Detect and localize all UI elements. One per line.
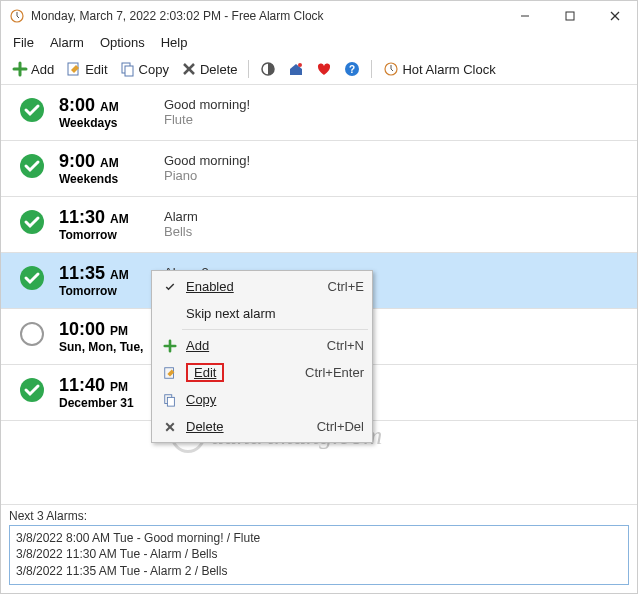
add-button[interactable]: Add <box>7 58 59 80</box>
delete-button[interactable]: Delete <box>176 58 243 80</box>
time-column: 8:00 AMWeekdays <box>59 95 164 130</box>
menu-alarm[interactable]: Alarm <box>42 33 92 52</box>
toolbar-separator <box>371 60 372 78</box>
ctx-enabled-label: Enabled <box>186 279 234 294</box>
alarm-sound: Bells <box>164 224 625 239</box>
hot-clock-icon <box>383 61 399 77</box>
time-column: 9:00 AMWeekends <box>59 151 164 186</box>
menubar: File Alarm Options Help <box>1 31 637 54</box>
copy-icon <box>160 390 180 410</box>
alarm-time: 8:00 AM <box>59 95 164 116</box>
enabled-icon <box>19 153 45 179</box>
app-icon <box>9 8 25 24</box>
svg-point-19 <box>21 323 43 345</box>
time-column: 11:30 AMTomorrow <box>59 207 164 242</box>
alarm-time: 10:00 PM <box>59 319 164 340</box>
home-button[interactable] <box>283 58 309 80</box>
close-button[interactable] <box>592 1 637 31</box>
menu-file[interactable]: File <box>5 33 42 52</box>
alarm-row[interactable]: 9:00 AMWeekendsGood morning!Piano <box>1 141 637 197</box>
alarm-time: 11:30 AM <box>59 207 164 228</box>
alarm-time: 9:00 AM <box>59 151 164 172</box>
contrast-icon <box>260 61 276 77</box>
copy-button[interactable]: Copy <box>115 58 174 80</box>
ctx-delete[interactable]: Delete Ctrl+Del <box>154 413 370 440</box>
ctx-edit-shortcut: Ctrl+Enter <box>305 365 364 380</box>
copy-label: Copy <box>139 62 169 77</box>
ctx-add-label: Add <box>186 338 209 353</box>
favorite-button[interactable] <box>311 58 337 80</box>
alarm-sound: Flute <box>164 112 625 127</box>
ctx-delete-shortcut: Ctrl+Del <box>317 419 364 434</box>
enabled-icon <box>19 377 45 403</box>
next-alarm-line: 3/8/2022 11:35 AM Tue - Alarm 2 / Bells <box>16 563 622 580</box>
next-alarms-panel: Next 3 Alarms: 3/8/2022 8:00 AM Tue - Go… <box>1 504 637 593</box>
svg-rect-7 <box>125 66 133 76</box>
alarm-row[interactable]: 8:00 AMWeekdaysGood morning!Flute <box>1 85 637 141</box>
ctx-enabled-shortcut: Ctrl+E <box>328 279 364 294</box>
help-button[interactable]: ? <box>339 58 365 80</box>
alarm-schedule: December 31 <box>59 396 164 410</box>
delete-label: Delete <box>200 62 238 77</box>
next-alarms-list: 3/8/2022 8:00 AM Tue - Good morning! / F… <box>9 525 629 585</box>
add-label: Add <box>31 62 54 77</box>
time-column: 10:00 PMSun, Mon, Tue, <box>59 319 164 354</box>
check-icon <box>160 277 180 297</box>
next-alarm-line: 3/8/2022 11:30 AM Tue - Alarm / Bells <box>16 546 622 563</box>
plus-icon <box>12 61 28 77</box>
alarm-row[interactable]: 11:30 AMTomorrowAlarmBells <box>1 197 637 253</box>
alarm-title: Alarm <box>164 209 625 224</box>
theme-button[interactable] <box>255 58 281 80</box>
ctx-edit[interactable]: Edit Ctrl+Enter <box>154 359 370 386</box>
alarm-time: 11:40 PM <box>59 375 164 396</box>
delete-icon <box>181 61 197 77</box>
ctx-enabled[interactable]: Enabled Ctrl+E <box>154 273 370 300</box>
hot-alarm-button[interactable]: Hot Alarm Clock <box>378 58 500 80</box>
titlebar: Monday, March 7, 2022 2:03:02 PM - Free … <box>1 1 637 31</box>
svg-point-11 <box>298 63 302 67</box>
ctx-delete-label: Delete <box>186 419 224 434</box>
home-icon <box>288 61 304 77</box>
alarm-time: 11:35 AM <box>59 263 164 284</box>
toolbar: Add Edit Copy Delete ? Hot Alarm Clock <box>1 54 637 85</box>
edit-button[interactable]: Edit <box>61 58 112 80</box>
ctx-add-shortcut: Ctrl+N <box>327 338 364 353</box>
ctx-skip-label: Skip next alarm <box>186 306 364 321</box>
ctx-add[interactable]: Add Ctrl+N <box>154 332 370 359</box>
alarm-schedule: Weekends <box>59 172 164 186</box>
disabled-icon <box>19 321 45 347</box>
ctx-skip[interactable]: Skip next alarm <box>154 300 370 327</box>
svg-text:?: ? <box>349 64 355 75</box>
next-alarm-line: 3/8/2022 8:00 AM Tue - Good morning! / F… <box>16 530 622 547</box>
window-controls <box>502 1 637 31</box>
edit-label: Edit <box>85 62 107 77</box>
info-column: AlarmBells <box>164 207 625 239</box>
context-menu: Enabled Ctrl+E Skip next alarm Add Ctrl+… <box>151 270 373 443</box>
alarm-schedule: Weekdays <box>59 116 164 130</box>
delete-icon <box>160 417 180 437</box>
ctx-copy[interactable]: Copy <box>154 386 370 413</box>
edit-icon <box>160 363 180 383</box>
svg-rect-2 <box>566 12 574 20</box>
time-column: 11:40 PMDecember 31 <box>59 375 164 410</box>
alarm-schedule: Sun, Mon, Tue, <box>59 340 164 354</box>
alarm-title: Good morning! <box>164 153 625 168</box>
plus-icon <box>160 336 180 356</box>
minimize-button[interactable] <box>502 1 547 31</box>
menu-options[interactable]: Options <box>92 33 153 52</box>
edit-icon <box>66 61 82 77</box>
copy-icon <box>120 61 136 77</box>
help-icon: ? <box>344 61 360 77</box>
window-title: Monday, March 7, 2022 2:03:02 PM - Free … <box>31 9 502 23</box>
maximize-button[interactable] <box>547 1 592 31</box>
info-column: Good morning!Flute <box>164 95 625 127</box>
time-column: 11:35 AMTomorrow <box>59 263 164 298</box>
svg-rect-24 <box>167 397 174 406</box>
alarm-sound: Piano <box>164 168 625 183</box>
app-window: Monday, March 7, 2022 2:03:02 PM - Free … <box>0 0 638 594</box>
alarm-schedule: Tomorrow <box>59 228 164 242</box>
ctx-separator <box>182 329 368 330</box>
menu-help[interactable]: Help <box>153 33 196 52</box>
enabled-icon <box>19 209 45 235</box>
ctx-copy-label: Copy <box>186 392 216 407</box>
